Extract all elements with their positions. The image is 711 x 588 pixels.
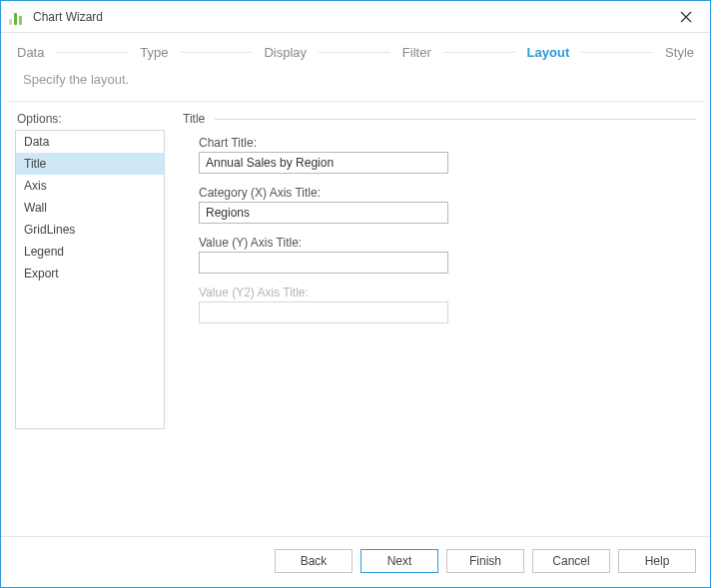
section-header-line	[215, 119, 696, 120]
step-divider	[443, 52, 515, 53]
form-column: Title Chart Title: Category (X) Axis Tit…	[165, 112, 696, 528]
step-layout[interactable]: Layout	[525, 45, 572, 60]
option-export[interactable]: Export	[16, 263, 164, 285]
titlebar: Chart Wizard	[1, 1, 710, 33]
options-label: Options:	[15, 112, 165, 126]
option-legend[interactable]: Legend	[16, 241, 164, 263]
y2-axis-title-input	[199, 301, 448, 323]
step-style[interactable]: Style	[663, 45, 696, 60]
field-x-axis-title: Category (X) Axis Title:	[199, 186, 458, 224]
wizard-steps: Data Type Display Filter Layout Style	[1, 33, 710, 64]
wizard-body: Options: Data Title Axis Wall GridLines …	[1, 102, 710, 536]
field-y2-axis-title: Value (Y2) Axis Title:	[199, 286, 458, 323]
step-data[interactable]: Data	[15, 45, 46, 60]
y2-axis-title-label: Value (Y2) Axis Title:	[199, 286, 458, 299]
chart-title-label: Chart Title:	[199, 136, 458, 150]
wizard-footer: Back Next Finish Cancel Help	[1, 536, 710, 587]
option-gridlines[interactable]: GridLines	[16, 219, 164, 241]
app-icon	[9, 9, 25, 25]
x-axis-title-label: Category (X) Axis Title:	[199, 186, 458, 200]
step-subtitle: Specify the layout.	[1, 64, 710, 101]
option-data[interactable]: Data	[16, 131, 164, 153]
options-list: Data Title Axis Wall GridLines Legend Ex…	[15, 130, 165, 429]
next-button[interactable]: Next	[360, 549, 438, 573]
section-header-label: Title	[183, 112, 205, 126]
step-divider	[181, 52, 253, 53]
y-axis-title-label: Value (Y) Axis Title:	[199, 236, 458, 250]
finish-button[interactable]: Finish	[446, 549, 524, 573]
help-button[interactable]: Help	[618, 549, 696, 573]
y-axis-title-input[interactable]	[199, 252, 448, 274]
back-button[interactable]: Back	[275, 549, 353, 573]
field-chart-title: Chart Title:	[199, 136, 458, 174]
step-type[interactable]: Type	[138, 45, 170, 60]
option-axis[interactable]: Axis	[16, 175, 164, 197]
close-icon	[680, 11, 692, 23]
option-title[interactable]: Title	[16, 153, 164, 175]
window-title: Chart Wizard	[33, 10, 103, 24]
section-header: Title	[183, 112, 696, 126]
x-axis-title-input[interactable]	[199, 202, 448, 224]
option-wall[interactable]: Wall	[16, 197, 164, 219]
title-form: Chart Title: Category (X) Axis Title: Va…	[183, 136, 696, 323]
field-y-axis-title: Value (Y) Axis Title:	[199, 236, 458, 274]
step-display[interactable]: Display	[262, 45, 309, 60]
step-divider	[319, 52, 390, 53]
close-button[interactable]	[670, 1, 702, 32]
chart-title-input[interactable]	[199, 152, 448, 174]
step-divider	[581, 52, 653, 53]
step-divider	[56, 52, 128, 53]
step-filter[interactable]: Filter	[400, 45, 433, 60]
chart-wizard-window: Chart Wizard Data Type Display Filter La…	[0, 0, 711, 588]
options-column: Options: Data Title Axis Wall GridLines …	[15, 112, 165, 528]
cancel-button[interactable]: Cancel	[532, 549, 610, 573]
